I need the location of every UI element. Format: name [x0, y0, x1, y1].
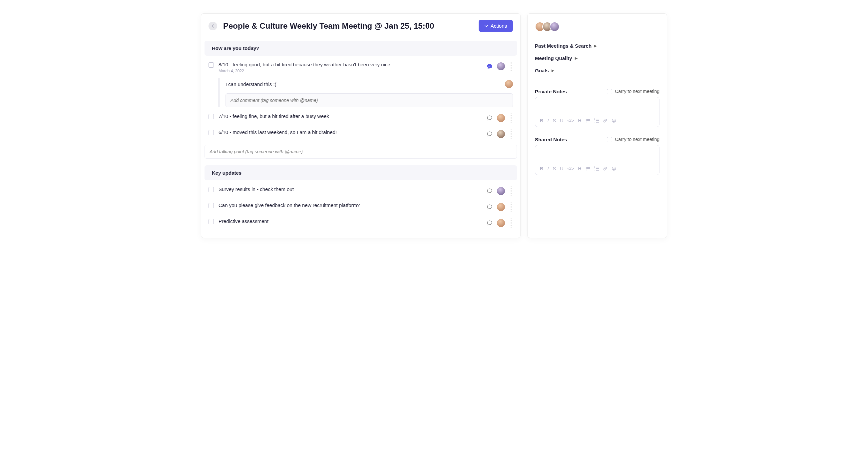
comment-icon[interactable] [486, 115, 493, 121]
sidebar-link-past-meetings[interactable]: Past Meetings & Search ▶ [535, 40, 659, 52]
talking-point-row: 7/10 - feeling fine, but a bit tired aft… [201, 110, 520, 126]
avatar[interactable] [497, 114, 505, 122]
svg-point-28 [613, 168, 613, 168]
checkbox[interactable] [209, 130, 214, 135]
checkbox[interactable] [209, 62, 214, 68]
code-icon[interactable]: </> [567, 166, 574, 171]
svg-rect-22 [596, 167, 599, 168]
svg-rect-16 [587, 167, 590, 168]
avatar[interactable] [497, 62, 505, 70]
italic-icon[interactable]: I [547, 118, 549, 123]
checkbox[interactable] [607, 89, 612, 94]
talking-point-date: March 4, 2022 [218, 69, 482, 73]
actions-label: Actions [491, 23, 507, 29]
talking-point-text[interactable]: 8/10 - feeling good, but a bit tired bec… [218, 62, 482, 67]
svg-rect-18 [587, 168, 590, 169]
talking-point-row: Predictive assessment [201, 215, 520, 231]
drag-handle-icon[interactable] [509, 113, 513, 123]
svg-point-2 [586, 120, 586, 121]
chevron-left-icon [211, 24, 215, 28]
main-panel: People & Culture Weekly Team Meeting @ J… [201, 13, 521, 238]
comment-icon[interactable] [486, 220, 493, 226]
bold-icon[interactable]: B [540, 166, 543, 171]
section-header-key-updates: Key updates [205, 165, 517, 180]
avatar[interactable] [497, 203, 505, 211]
svg-text:3: 3 [594, 121, 595, 123]
avatar[interactable] [497, 219, 505, 227]
checkbox[interactable] [209, 219, 214, 224]
comment-icon[interactable] [486, 204, 493, 210]
divider [535, 81, 659, 81]
drag-handle-icon[interactable] [509, 186, 513, 196]
code-icon[interactable]: </> [567, 118, 574, 123]
italic-icon[interactable]: I [547, 166, 549, 171]
comment-icon[interactable] [486, 63, 493, 70]
shared-notes-box: B I S U </> H 123 [535, 145, 659, 175]
talking-point-row: 6/10 - moved this last weekend, so I am … [201, 126, 520, 142]
numbered-list-icon[interactable]: 123 [594, 166, 599, 171]
strikethrough-icon[interactable]: S [553, 118, 556, 123]
checkbox[interactable] [607, 137, 612, 142]
svg-rect-3 [587, 120, 590, 121]
underline-icon[interactable]: U [560, 118, 563, 123]
talking-point-row: Survey results in - check them out [201, 183, 520, 199]
checkbox[interactable] [209, 114, 214, 119]
drag-handle-icon[interactable] [509, 219, 513, 228]
bold-icon[interactable]: B [540, 118, 543, 123]
underline-icon[interactable]: U [560, 166, 563, 171]
editor-toolbar: B I S U </> H 123 [535, 163, 659, 175]
sidebar-link-label: Past Meetings & Search [535, 43, 592, 49]
emoji-icon[interactable] [612, 118, 616, 123]
heading-icon[interactable]: H [578, 166, 582, 171]
avatar[interactable] [497, 187, 505, 195]
link-icon[interactable] [603, 118, 608, 123]
drag-handle-icon[interactable] [509, 62, 513, 71]
svg-point-17 [586, 168, 586, 169]
checkbox[interactable] [209, 203, 214, 208]
talking-point-text[interactable]: 6/10 - moved this last weekend, so I am … [218, 129, 482, 135]
bullet-list-icon[interactable] [586, 118, 590, 123]
shared-notes-textarea[interactable] [535, 145, 659, 163]
carry-label: Carry to next meeting [615, 89, 659, 94]
talking-point-text[interactable]: Survey results in - check them out [218, 186, 482, 192]
shared-notes-title: Shared Notes [535, 137, 567, 142]
sidebar-link-goals[interactable]: Goals ▶ [535, 64, 659, 77]
link-icon[interactable] [603, 166, 608, 171]
svg-point-19 [586, 170, 586, 170]
avatar[interactable] [497, 130, 505, 138]
participant-avatar-stack[interactable] [535, 22, 659, 32]
talking-point-text[interactable]: Can you please give feedback on the new … [218, 202, 482, 208]
svg-point-15 [586, 167, 586, 168]
reply-text: I can understand this :( [225, 81, 505, 87]
drag-handle-icon[interactable] [509, 202, 513, 212]
avatar[interactable] [550, 22, 560, 32]
avatar[interactable] [505, 80, 513, 88]
svg-rect-24 [596, 168, 599, 169]
comment-icon[interactable] [486, 188, 493, 194]
add-talking-point-input[interactable] [205, 145, 517, 159]
checkbox[interactable] [209, 187, 214, 192]
private-notes-box: B I S U </> H 123 [535, 97, 659, 127]
carry-next-private[interactable]: Carry to next meeting [607, 88, 659, 94]
talking-point-row: Can you please give feedback on the new … [201, 199, 520, 215]
carry-label: Carry to next meeting [615, 137, 659, 142]
carry-next-shared[interactable]: Carry to next meeting [607, 136, 659, 142]
private-notes-textarea[interactable] [535, 97, 659, 115]
talking-point-text[interactable]: Predictive assessment [218, 219, 482, 224]
talking-point-text[interactable]: 7/10 - feeling fine, but a bit tired aft… [218, 113, 482, 119]
actions-button[interactable]: Actions [478, 20, 513, 32]
add-comment-input[interactable] [225, 93, 513, 107]
caret-right-icon: ▶ [575, 56, 578, 60]
section-header-how-are-you: How are you today? [205, 41, 517, 56]
numbered-list-icon[interactable]: 123 [594, 118, 599, 123]
comment-icon[interactable] [486, 131, 493, 137]
sidebar-link-meeting-quality[interactable]: Meeting Quality ▶ [535, 52, 659, 64]
svg-rect-20 [587, 170, 590, 170]
drag-handle-icon[interactable] [509, 129, 513, 139]
back-button[interactable] [209, 22, 217, 30]
heading-icon[interactable]: H [578, 118, 582, 123]
emoji-icon[interactable] [612, 166, 616, 171]
svg-point-12 [612, 119, 616, 123]
strikethrough-icon[interactable]: S [553, 166, 556, 171]
bullet-list-icon[interactable] [586, 166, 590, 171]
